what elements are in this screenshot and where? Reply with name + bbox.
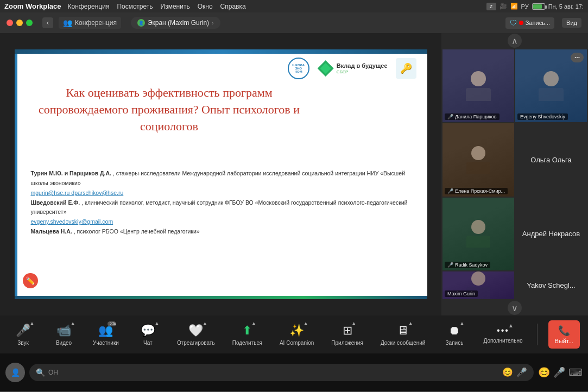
zoom-menu-icon: Z xyxy=(486,3,496,10)
participant-label-maxim: Maxim Gurin xyxy=(447,291,475,296)
toolbar-divider xyxy=(537,324,538,345)
keyboard-icon[interactable]: ⌨ xyxy=(568,366,583,378)
end-meeting-button[interactable]: 📞 Выйт... xyxy=(548,320,580,349)
scroll-down-button[interactable]: ∨ xyxy=(508,301,522,315)
traffic-lights xyxy=(7,20,33,26)
ai-label: AI Companion xyxy=(280,340,314,346)
participant-tile-olga: Ольга Ольга xyxy=(515,123,587,196)
toolbar-participants[interactable]: 👥 27 ▲ Участники xyxy=(90,321,122,348)
main-content: ШКОЛАЭКОНОМ Вклад в будущее СБЕР 🔑 Как о… xyxy=(0,33,588,315)
toolbar-more[interactable]: ••• ▲ Дополнительно xyxy=(480,324,526,346)
author3-name: Мальцева Н.А. xyxy=(31,228,72,235)
close-button[interactable] xyxy=(7,20,13,26)
presentation-area: ШКОЛАЭКОНОМ Вклад в будущее СБЕР 🔑 Как о… xyxy=(0,33,441,315)
participant-name-olga: Ольга Ольга xyxy=(528,153,574,167)
toolbar-chat[interactable]: 💬 ▲ Чат xyxy=(133,321,163,348)
toolbar-share[interactable]: ⬆ ▲ Поделиться xyxy=(229,321,265,348)
react-caret: ▲ xyxy=(202,320,207,326)
author2-desc: , клинический психолог, методист, научны… xyxy=(31,199,408,216)
toolbar-mic[interactable]: 🎤 ▲ Звук xyxy=(8,321,38,348)
toolbar-react[interactable]: 🤍 ▲ Отреагировать xyxy=(174,321,218,348)
scroll-up-button[interactable]: ∧ xyxy=(508,34,522,48)
app-name: Zoom Workplace xyxy=(4,2,61,10)
slide-left-accent xyxy=(15,54,17,296)
menu-view[interactable]: Посмотреть xyxy=(113,3,156,10)
mic-muted-icon: 🎤 xyxy=(447,114,453,119)
end-label: Выйт... xyxy=(555,338,573,344)
mic-bottom-icon[interactable]: 🎤 xyxy=(553,366,565,378)
search-chat-icon: 🔍 xyxy=(36,368,45,377)
record-toolbar-caret: ▲ xyxy=(459,320,465,326)
emoji-icon: 😊 xyxy=(502,367,513,377)
view-label: Вид xyxy=(566,20,577,26)
chat-input-area[interactable]: 🔍 ОН 😊 🎤 xyxy=(29,364,534,381)
ai-companion-icon: ✨ xyxy=(289,324,304,338)
vklad-text: Вклад в будущее СБЕР xyxy=(337,62,388,74)
participant-tile-andrei: Андрей Некрасов xyxy=(515,198,587,270)
shield-icon: 🛡 xyxy=(510,19,517,27)
menu-help[interactable]: Справка xyxy=(217,3,249,10)
participant-name-elena: 🎤 Елена Ярская-Смир... xyxy=(445,188,508,194)
author2-email[interactable]: evgeny.shvedovskiy@gmail.com xyxy=(31,218,113,225)
conference-icon: 👥 xyxy=(63,18,72,27)
screen-share-button[interactable]: 👤 Экран (Maxim Gurin) › xyxy=(131,17,220,29)
whiteboard-icon-wrap: 🖥 ▲ xyxy=(397,324,409,338)
toolbar-whiteboard[interactable]: 🖥 ▲ Доски сообщений xyxy=(377,321,429,348)
participant-name-evgeny: Evgeny Shvedovskiy xyxy=(517,113,568,120)
slide-authors: Турин М.Ю. и Парщиков Д.А. , стажеры-исс… xyxy=(26,169,416,237)
toolbar-record[interactable]: ⏺ ▲ Запись xyxy=(439,321,469,348)
participant-name-yakov: Yakov Schegl... xyxy=(524,279,578,292)
menu-edit[interactable]: Изменить xyxy=(157,3,193,10)
screen-share-arrow: › xyxy=(212,20,214,26)
video-caret: ▲ xyxy=(70,320,75,326)
menu-right-area: Z 🎥 📶 РУ Пн, 5 авг. 17: xyxy=(486,3,584,10)
mic-icon: 🎤 xyxy=(16,324,30,338)
logo-vklad: Вклад в будущее СБЕР xyxy=(318,60,388,77)
mic-caret: ▲ xyxy=(29,320,35,326)
video-label: Видео xyxy=(56,340,72,346)
toolbar-video[interactable]: 📹 ▲ Видео xyxy=(49,321,79,348)
apps-label: Приложения xyxy=(331,340,363,346)
author3-desc: , психолог РБОО «Центр лечебной педагоги… xyxy=(74,228,200,235)
chat-label: Чат xyxy=(143,340,153,346)
minimize-button[interactable] xyxy=(16,20,23,26)
menu-ru-badge: РУ xyxy=(521,3,529,10)
menu-window[interactable]: Окно xyxy=(194,3,216,10)
participant-avatar-radik xyxy=(442,198,514,270)
record-button[interactable]: 🛡 Запись... xyxy=(505,17,554,29)
scroll-down-area: ∨ xyxy=(441,300,588,315)
toolbar-apps[interactable]: ⊞ ▲ Приложения xyxy=(328,321,366,348)
menu-conference[interactable]: Конференция xyxy=(65,3,113,10)
more-options-badge[interactable]: ··· xyxy=(571,53,584,62)
whiteboard-caret: ▲ xyxy=(408,320,413,326)
scroll-up-area: ∧ xyxy=(441,33,588,48)
conference-button[interactable]: 👥 Конференция xyxy=(59,17,121,29)
participants-label: Участники xyxy=(93,340,119,346)
share-icon-wrap: ⬆ ▲ xyxy=(242,324,252,338)
more-caret: ▲ xyxy=(508,323,514,328)
participant-label-danila: Данила Парщиков xyxy=(455,114,497,119)
annotation-pen-icon[interactable]: ✏️ xyxy=(23,273,38,288)
back-button[interactable]: ‹ xyxy=(42,17,53,28)
react-label: Отреагировать xyxy=(177,340,215,346)
emoji-reaction-icon[interactable]: 😊 xyxy=(538,366,550,378)
record-toolbar-icon: ⏺ xyxy=(448,324,460,338)
fullscreen-button[interactable] xyxy=(26,20,33,26)
more-label: Дополнительно xyxy=(484,338,523,344)
react-icon-wrap: 🤍 ▲ xyxy=(188,324,203,338)
participants-panel: ∧ 🎤 Данила Парщиков xyxy=(441,33,588,315)
video-icon-wrap: 📹 ▲ xyxy=(56,324,71,338)
more-icon: ••• xyxy=(497,326,509,336)
chat-icon: 💬 xyxy=(141,324,155,338)
screen-share-icon: 👤 xyxy=(137,19,145,27)
toolbar-ai[interactable]: ✨ ▲ AI Companion xyxy=(276,321,317,348)
participant-avatar-elena xyxy=(442,123,514,196)
logo-key: 🔑 xyxy=(396,58,416,79)
author1-email[interactable]: mgurin@hse.ru dparschikov@hse.ru xyxy=(31,189,124,196)
screen-share-label: Экран (Maxim Gurin) xyxy=(148,19,209,27)
view-button[interactable]: Вид xyxy=(562,18,581,28)
end-call-icon: 📞 xyxy=(558,325,570,337)
author2-name: Шведовский Е.Ф. xyxy=(31,199,80,206)
mic-muted-icon-3: 🎤 xyxy=(447,262,453,268)
menu-datetime: Пн, 5 авг. 17: xyxy=(548,3,584,10)
